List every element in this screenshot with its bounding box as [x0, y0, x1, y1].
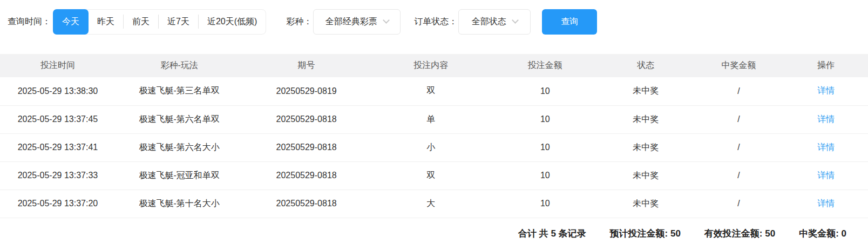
summary-expected-bet-amount: 预计投注金额: 50	[610, 227, 681, 240]
cell-prize: /	[694, 77, 784, 105]
cell-issue: 20250529-0818	[243, 161, 370, 190]
lottery-type-value: 全部经典彩票	[326, 16, 377, 28]
time-range-button-group: 今天 昨天 前天 近7天 近20天(低频)	[53, 9, 266, 35]
cell-game-play: 极速飞艇-冠亚和单双	[116, 161, 243, 190]
cell-bet-time: 2025-05-29 13:37:20	[0, 190, 116, 218]
table-row: 2025-05-29 13:37:33 极速飞艇-冠亚和单双 20250529-…	[0, 161, 868, 190]
cell-game-play: 极速飞艇-第六名单双	[116, 105, 243, 133]
query-time-label: 查询时间：	[8, 16, 51, 28]
time-option-today[interactable]: 今天	[53, 9, 89, 35]
summary-prize-amount: 中奖金额: 0	[799, 227, 846, 240]
cell-issue: 20250529-0818	[243, 190, 370, 218]
header-action: 操作	[784, 54, 868, 77]
table-header-row: 投注时间 彩种-玩法 期号 投注内容 投注金额 状态 中奖金额 操作	[0, 54, 868, 77]
summary-total-records: 合计 共 5 条记录	[518, 227, 586, 240]
table-row: 2025-05-29 13:37:45 极速飞艇-第六名单双 20250529-…	[0, 105, 868, 133]
cell-prize: /	[694, 133, 784, 161]
table-row: 2025-05-29 13:37:41 极速飞艇-第六名大小 20250529-…	[0, 133, 868, 161]
cell-prize: /	[694, 161, 784, 190]
cell-bet-amount: 10	[492, 161, 598, 190]
cell-bet-time: 2025-05-29 13:38:30	[0, 77, 116, 105]
detail-link[interactable]: 详情	[817, 86, 835, 95]
order-status-label: 订单状态：	[414, 16, 457, 28]
header-bet-content: 投注内容	[370, 54, 492, 77]
time-option-yesterday[interactable]: 昨天	[89, 9, 123, 35]
cell-issue: 20250529-0818	[243, 105, 370, 133]
cell-bet-time: 2025-05-29 13:37:33	[0, 161, 116, 190]
cell-status: 未中奖	[598, 133, 694, 161]
header-prize-amount: 中奖金额	[694, 54, 784, 77]
cell-status: 未中奖	[598, 190, 694, 218]
table-row: 2025-05-29 13:38:30 极速飞艇-第三名单双 20250529-…	[0, 77, 868, 105]
cell-status: 未中奖	[598, 105, 694, 133]
filter-bar: 查询时间： 今天 昨天 前天 近7天 近20天(低频) 彩种： 全部经典彩票 订…	[0, 0, 868, 43]
cell-game-play: 极速飞艇-第十名大小	[116, 190, 243, 218]
cell-bet-amount: 10	[492, 190, 598, 218]
detail-link[interactable]: 详情	[817, 199, 835, 208]
search-button[interactable]: 查询	[542, 9, 597, 35]
cell-bet-time: 2025-05-29 13:37:45	[0, 105, 116, 133]
cell-game-play: 极速飞艇-第六名大小	[116, 133, 243, 161]
detail-link[interactable]: 详情	[817, 114, 835, 124]
order-status-value: 全部状态	[472, 16, 506, 28]
time-option-last-20-days[interactable]: 近20天(低频)	[199, 9, 266, 35]
summary-bar: 合计 共 5 条记录 预计投注金额: 50 有效投注金额: 50 中奖金额: 0	[0, 218, 868, 249]
cell-issue: 20250529-0818	[243, 133, 370, 161]
cell-status: 未中奖	[598, 161, 694, 190]
lottery-type-select[interactable]: 全部经典彩票	[313, 9, 401, 35]
cell-bet-content: 单	[370, 105, 492, 133]
detail-link[interactable]: 详情	[817, 171, 835, 180]
cell-bet-amount: 10	[492, 133, 598, 161]
cell-issue: 20250529-0819	[243, 77, 370, 105]
cell-status: 未中奖	[598, 77, 694, 105]
summary-valid-bet-amount: 有效投注金额: 50	[704, 227, 775, 240]
header-issue: 期号	[243, 54, 370, 77]
order-status-select[interactable]: 全部状态	[458, 9, 531, 35]
cell-bet-amount: 10	[492, 77, 598, 105]
bet-records-table: 投注时间 彩种-玩法 期号 投注内容 投注金额 状态 中奖金额 操作 2025-…	[0, 54, 868, 218]
cell-bet-content: 双	[370, 77, 492, 105]
time-option-day-before[interactable]: 前天	[124, 9, 158, 35]
header-bet-amount: 投注金额	[492, 54, 598, 77]
chevron-down-icon	[512, 17, 519, 24]
time-option-last-7-days[interactable]: 近7天	[159, 9, 198, 35]
cell-bet-content: 小	[370, 133, 492, 161]
table-row: 2025-05-29 13:37:20 极速飞艇-第十名大小 20250529-…	[0, 190, 868, 218]
header-status: 状态	[598, 54, 694, 77]
cell-bet-content: 双	[370, 161, 492, 190]
cell-bet-amount: 10	[492, 105, 598, 133]
cell-bet-content: 大	[370, 190, 492, 218]
cell-bet-time: 2025-05-29 13:37:41	[0, 133, 116, 161]
cell-prize: /	[694, 105, 784, 133]
header-bet-time: 投注时间	[0, 54, 116, 77]
cell-prize: /	[694, 190, 784, 218]
detail-link[interactable]: 详情	[817, 143, 835, 152]
cell-game-play: 极速飞艇-第三名单双	[116, 77, 243, 105]
chevron-down-icon	[383, 17, 390, 24]
header-game-play: 彩种-玩法	[116, 54, 243, 77]
lottery-type-label: 彩种：	[286, 16, 312, 28]
